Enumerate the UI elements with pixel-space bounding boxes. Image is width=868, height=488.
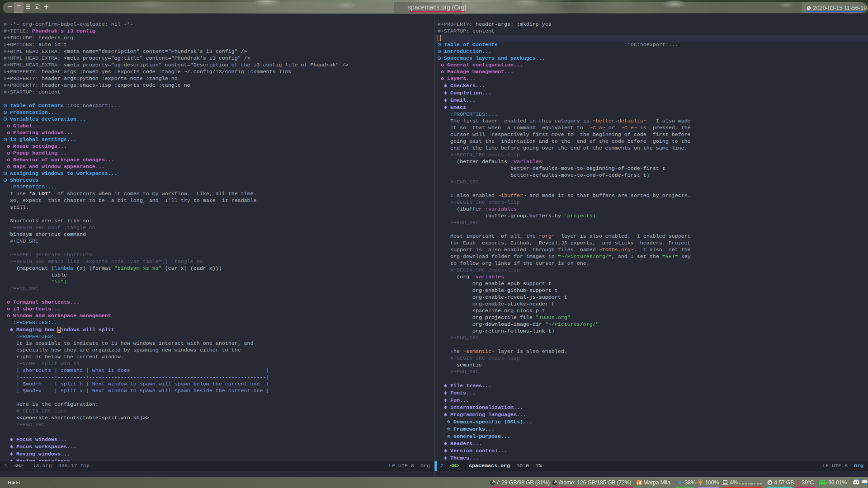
svg-text:TS: TS (866, 483, 868, 485)
